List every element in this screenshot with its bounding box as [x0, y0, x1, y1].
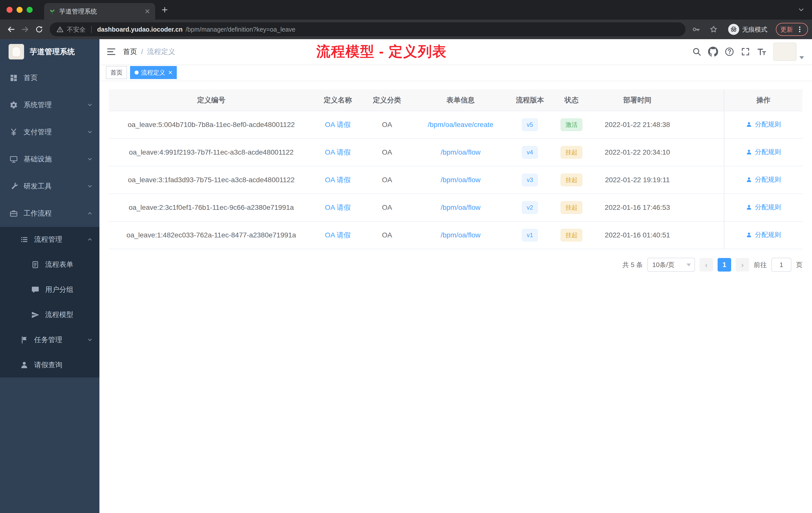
form-link[interactable]: /bpm/oa/flow: [441, 204, 481, 211]
goto-page-input[interactable]: [771, 258, 791, 272]
page-size-select[interactable]: 10条/页: [647, 258, 695, 272]
tab-title: 芋道管理系统: [59, 7, 141, 16]
password-key-icon[interactable]: [689, 22, 703, 36]
url-separator: [91, 26, 92, 33]
status-badge: 激活: [561, 118, 582, 131]
font-size-icon[interactable]: [757, 47, 767, 57]
version-badge: v1: [522, 229, 538, 241]
sidebar-item-leave-query[interactable]: 请假查询: [0, 352, 99, 378]
reload-button[interactable]: [32, 22, 46, 36]
tab-search-chevron-icon[interactable]: [798, 6, 805, 13]
sidebar-item-infrastructure[interactable]: 基础设施: [0, 146, 99, 173]
tag-close-icon[interactable]: ×: [168, 69, 172, 76]
sidebar-item-user-group[interactable]: 用户分组: [0, 277, 99, 302]
form-link[interactable]: /bpm/oa/flow: [441, 231, 481, 239]
column-form-info: 表单信息: [412, 89, 509, 111]
github-icon[interactable]: [708, 47, 718, 57]
sidebar-item-label: 支付管理: [24, 127, 52, 137]
column-deploy-time: 部署时间: [592, 89, 683, 111]
back-button[interactable]: [4, 22, 18, 36]
favicon: [49, 8, 56, 15]
form-link[interactable]: /bpm/oa/flow: [441, 176, 481, 184]
sidebar-item-payment-management[interactable]: 支付管理: [0, 118, 99, 146]
prev-page-button[interactable]: ‹: [699, 258, 713, 272]
url-path: /bpm/manager/definition?key=oa_leave: [185, 26, 295, 33]
definition-name-link[interactable]: OA 请假: [325, 204, 351, 211]
security-label[interactable]: 不安全: [67, 25, 86, 34]
breadcrumb-home[interactable]: 首页: [123, 47, 137, 57]
sidebar-item-workflow[interactable]: 工作流程: [0, 200, 99, 227]
window-minimize-button[interactable]: [17, 7, 23, 13]
window-close-button[interactable]: [6, 7, 12, 13]
incognito-badge: 无痕模式: [728, 24, 767, 35]
user-avatar-menu[interactable]: [773, 43, 804, 61]
sidebar-item-home[interactable]: 首页: [0, 64, 99, 91]
column-actions: 操作: [724, 89, 803, 111]
definition-name-link[interactable]: OA 请假: [325, 121, 351, 128]
sidebar-item-process-management[interactable]: 流程管理: [0, 227, 99, 252]
logo-avatar: [8, 44, 24, 59]
tag-process-definition[interactable]: 流程定义 ×: [130, 66, 177, 79]
help-question-icon[interactable]: [725, 47, 734, 57]
version-badge: v4: [522, 146, 538, 158]
infrastructure-icon: [9, 155, 18, 163]
window-zoom-button[interactable]: [27, 7, 33, 13]
assign-rule-link[interactable]: 分配规则: [746, 203, 781, 212]
sidebar-item-dev-tools[interactable]: 研发工具: [0, 173, 99, 200]
form-link[interactable]: /bpm/oa/leave/create: [428, 121, 494, 128]
definition-name-link[interactable]: OA 请假: [325, 176, 351, 184]
main-area: 首页 / 流程定义 流程模型 - 定义列表: [99, 39, 812, 513]
sidebar-item-process-model[interactable]: 流程模型: [0, 302, 99, 327]
assign-rule-link[interactable]: 分配规则: [746, 148, 781, 156]
workflow-icon: [9, 209, 18, 218]
definition-id: oa_leave:4:991f2193-7b7f-11ec-a3c8-acde4…: [129, 148, 293, 156]
sidebar-item-label: 流程模型: [45, 310, 73, 320]
sidebar-item-task-management[interactable]: 任务管理: [0, 327, 99, 352]
column-definition-id: 定义编号: [109, 89, 314, 111]
assign-rule-link[interactable]: 分配规则: [746, 231, 781, 239]
dashboard-icon: [9, 73, 18, 82]
form-link[interactable]: /bpm/oa/flow: [441, 148, 481, 156]
select-caret-icon: [687, 264, 691, 266]
window-controls: [6, 7, 33, 13]
navbar-actions: [692, 43, 812, 61]
definition-name-link[interactable]: OA 请假: [325, 148, 351, 156]
search-icon[interactable]: [692, 47, 701, 57]
browser-tab[interactable]: 芋道管理系统: [44, 3, 155, 20]
browser-toolbar: 不安全 dashboard.yudao.iocoder.cn/bpm/manag…: [0, 20, 812, 39]
sidebar-item-label: 用户分组: [45, 285, 73, 294]
status-badge: 挂起: [561, 201, 582, 214]
new-tab-button[interactable]: [161, 6, 169, 14]
bookmark-star-icon[interactable]: [706, 22, 721, 36]
table-row: oa_leave:4:991f2193-7b7f-11ec-a3c8-acde4…: [109, 139, 803, 166]
forward-button[interactable]: [18, 22, 32, 36]
assign-rule-link[interactable]: 分配规则: [746, 175, 781, 184]
sidebar-item-label: 请假查询: [34, 360, 62, 370]
definition-id: oa_leave:1:482ec033-762a-11ec-8477-a2380…: [126, 231, 296, 239]
fullscreen-icon[interactable]: [741, 47, 750, 57]
incognito-label: 无痕模式: [742, 25, 767, 34]
sidebar-item-label: 首页: [24, 73, 38, 83]
tab-close-icon[interactable]: [144, 8, 151, 14]
definition-table: 定义编号 定义名称 定义分类 表单信息 流程版本 状态 部署时间 操作 oa_l…: [109, 89, 803, 249]
sidebar-item-system-management[interactable]: 系统管理: [0, 91, 99, 118]
browser-update-button[interactable]: 更新: [776, 23, 808, 36]
gear-icon: [9, 100, 18, 110]
status-badge: 挂起: [561, 146, 582, 158]
assign-rule-link[interactable]: 分配规则: [746, 120, 781, 129]
sidebar-item-process-form[interactable]: 流程表单: [0, 252, 99, 277]
hamburger-icon[interactable]: [99, 39, 123, 64]
next-page-button[interactable]: ›: [736, 258, 749, 272]
column-status: 状态: [551, 89, 592, 111]
page-number-1[interactable]: 1: [718, 258, 731, 272]
process-form-icon: [31, 260, 40, 269]
app-logo[interactable]: 芋道管理系统: [0, 39, 99, 64]
definition-name-link[interactable]: OA 请假: [325, 231, 351, 239]
sidebar-item-label: 任务管理: [34, 335, 62, 344]
address-bar[interactable]: 不安全 dashboard.yudao.iocoder.cn/bpm/manag…: [50, 22, 686, 36]
devtools-icon: [9, 182, 18, 191]
deploy-time: 2022-01-22 20:34:10: [605, 148, 670, 156]
column-definition-category: 定义分类: [362, 89, 412, 111]
definition-category: OA: [382, 148, 392, 156]
tag-home[interactable]: 首页: [106, 66, 127, 79]
